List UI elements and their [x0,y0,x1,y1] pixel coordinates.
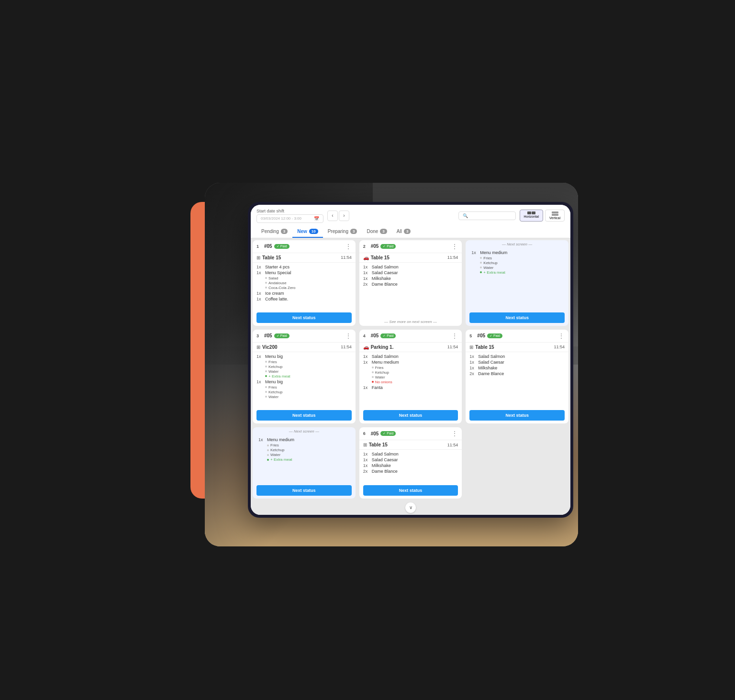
sub-item: Andalouse [265,281,352,285]
car-icon-2: 🚗 [363,255,369,260]
item-row: 1x Menu medium [471,250,563,255]
order-id-6: #05 [371,431,379,436]
vertical-label: Vertical [549,216,560,220]
location-name-5: Table 15 [475,344,494,350]
sub-items: Fries Ketchup Water [256,385,352,399]
order-num-5: 5 [469,333,475,338]
tab-done-count: 3 [380,229,387,234]
order-id-2: #05 [371,244,379,249]
order-items-4: 1x Salad Salmon 1x Menu medium Fries Ket… [359,352,462,408]
more-menu-4[interactable]: ⋮ [451,332,458,340]
table-icon-1: ⊞ [256,255,260,260]
sub-item-extra: + Extra meat [267,457,350,462]
order-header-6: 6 #05 ✓ Paid ⋮ [359,427,462,440]
sub-item: Water [267,453,350,457]
sub-item: Water [265,395,352,399]
search-icon: 🔍 [463,213,468,218]
horizontal-view-btn[interactable]: Horizontal [520,210,544,222]
next-status-btn-5[interactable]: Next status [469,410,565,421]
sub-items: Fries Ketchup Water + Extra meat [471,256,563,275]
next-status-btn-top-right[interactable]: Next status [469,312,565,323]
prev-btn[interactable]: ‹ [327,211,338,221]
tablet-screen: Start date shift 03/03/2024 12:00 - 3:00… [251,205,570,515]
calendar-icon[interactable]: 📅 [314,216,319,221]
sub-item: Salad [265,276,352,280]
tab-new-count: 10 [309,229,318,234]
order-tabs: Pending 3 New 10 Preparing 3 Done [256,226,565,238]
item-row: 1x Salad Salmon [363,452,458,456]
item-row: 2x Dame Blance [363,469,458,474]
next-screen-items-bottom: 1x Menu medium Fries Ketchup Water + Ext… [253,435,356,483]
sub-item: Ketchup [372,370,458,375]
sub-item: Coca-Cola Zero [265,286,352,290]
vertical-view-btn[interactable]: Vertical [545,210,565,222]
next-status-btn-1[interactable]: Next status [256,312,352,323]
next-screen-label-top: — Next screen — [466,240,568,248]
item-row: 1x Milkshake [363,276,458,281]
scroll-down-area: ∨ [251,500,570,515]
tab-all[interactable]: All 3 [392,226,416,238]
table-icon-6: ⊞ [363,442,367,447]
order-header-4: 4 #05 ✓ Paid ⋮ [359,330,462,343]
order-num-6: 6 [363,431,369,436]
paid-badge-4: ✓ Paid [380,333,396,338]
next-status-btn-3[interactable]: Next status [256,410,352,421]
more-menu-2[interactable]: ⋮ [451,243,458,250]
search-box[interactable]: 🔍 [458,211,516,220]
tab-all-count: 3 [404,229,411,234]
next-status-btn-6[interactable]: Next status [363,485,458,496]
more-menu-6[interactable]: ⋮ [451,430,458,437]
tab-done[interactable]: Done 3 [362,226,391,238]
tablet-header: Start date shift 03/03/2024 12:00 - 3:00… [251,205,570,238]
paid-badge-5: ✓ Paid [487,333,502,338]
paid-badge-2: ✓ Paid [380,244,396,249]
date-value: 03/03/2024 12:00 - 3:00 [261,216,301,221]
tab-preparing[interactable]: Preparing 3 [323,226,362,238]
item-row: 1x Menu medium [363,360,458,365]
scroll-down-btn[interactable]: ∨ [405,502,416,513]
order-items-5: 1x Salad Salmon 1x Salad Caesar 1x Milks… [466,352,568,408]
item-row: 1x Salad Salmon [363,354,458,359]
order-card-4: 4 #05 ✓ Paid ⋮ 🚗 Parking 1. 11:54 [359,330,462,423]
item-row: 1x Menu big [256,379,352,384]
order-header-5: 5 #05 ✓ Paid ⋮ [466,330,568,343]
sub-items: Salad Andalouse Coca-Cola Zero [256,276,352,290]
next-status-btn-4[interactable]: Next status [363,410,458,421]
shift-label: Start date shift [256,209,323,213]
tab-pending[interactable]: Pending 3 [256,226,292,238]
item-row: 1x Salad Salmon [469,354,565,359]
horizontal-label: Horizontal [524,215,539,218]
location-name-1: Table 15 [262,255,281,260]
tab-new[interactable]: New 10 [292,226,323,238]
more-menu-3[interactable]: ⋮ [345,332,352,340]
next-screen-label-bottom: — Next screen — [253,427,356,435]
order-time-2: 11:54 [447,255,458,260]
order-num-2: 2 [363,244,369,249]
item-row: 1x Salad Salmon [363,265,458,269]
location-name-3: Vic200 [262,344,278,350]
sub-item: Ketchup [480,261,563,265]
order-card-6: 6 #05 ✓ Paid ⋮ ⊞ Table 15 11:54 1 [359,427,462,498]
more-menu-5[interactable]: ⋮ [558,332,565,340]
tab-preparing-label: Preparing [328,229,348,234]
order-card-5: 5 #05 ✓ Paid ⋮ ⊞ Table 15 11:54 1 [466,330,568,423]
order-header-1: 1 #05 ✓ Paid ⋮ [253,240,356,253]
item-row: 2x Dame Blance [363,282,458,287]
sub-item: Ketchup [265,365,352,369]
date-input[interactable]: 03/03/2024 12:00 - 3:00 📅 [256,214,323,223]
order-id-3: #05 [264,333,272,338]
order-card-2: 2 #05 ✓ Paid ⋮ 🚗 Table 15 11:54 [359,240,462,326]
table-icon-5: ⊞ [469,344,473,350]
sub-item-extra: + Extra meat [265,374,352,378]
order-time-5: 11:54 [554,344,565,349]
item-row: 1x Menu medium [258,437,350,442]
next-status-btn-bottom-mid[interactable]: Next status [256,485,352,496]
order-num-4: 4 [363,333,369,338]
sub-item: Ketchup [267,448,350,452]
order-location-2: 🚗 Table 15 11:54 [359,253,462,263]
next-btn[interactable]: › [339,211,349,221]
order-time-1: 11:54 [341,255,352,260]
item-row: 2x Dame Blance [469,371,565,376]
more-menu-1[interactable]: ⋮ [345,243,352,250]
item-row: 1x Salad Caesar [363,457,458,462]
